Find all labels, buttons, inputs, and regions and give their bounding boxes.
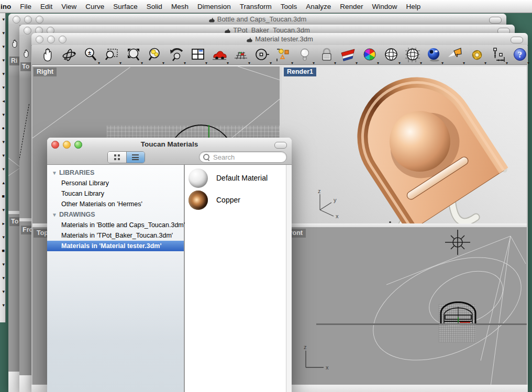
search-field[interactable] [199,151,287,163]
viewport-label[interactable]: Ri [9,57,19,65]
main-toolbar: ± ? [32,45,527,65]
osnap-icon[interactable] [275,47,292,63]
menu-file[interactable]: File [20,3,31,10]
rhino-doc-icon [208,16,215,24]
sidebar-group-libraries[interactable]: ▼LIBRARIES [47,167,184,178]
material-row-default[interactable]: Default Material [185,167,286,189]
undo-view-icon[interactable] [168,47,185,63]
lights-icon[interactable] [297,47,314,63]
axis-z: z [304,344,307,350]
help-icon[interactable]: ? [512,47,528,63]
window-title: Material tester.3dm [31,35,528,44]
sidebar-item-materials-bottle[interactable]: Materials in 'Bottle and Caps_Toucan.3dm… [47,220,184,230]
menu-analyze[interactable]: Analyze [306,3,331,10]
viewport-label[interactable]: Fro [21,226,31,234]
bottle-sliver: Ri To [8,25,19,392]
menu-help[interactable]: Help [406,3,421,10]
toolbar-toggle-button[interactable] [489,17,502,24]
zoom-window-icon[interactable] [104,47,120,63]
viewport-layout-icon[interactable] [190,47,206,63]
zoom-icon[interactable]: ± [82,47,99,63]
sphere-wireframe-icon[interactable] [383,47,400,63]
cplane-icon[interactable] [254,47,271,63]
disclosure-triangle-icon[interactable]: ▼ [52,210,57,220]
clipped-left-toolbar: ▾▾▾▾▾▾◂▾●▾▾▾▴■▾▸▾■▾▾▾▾ [0,13,6,322]
rotate-view-icon[interactable] [61,47,77,63]
render-sphere-icon[interactable] [426,47,442,63]
main-titlebar[interactable]: Material tester.3dm [31,33,528,46]
axis-x: x [336,213,339,219]
viewport-label-render1[interactable]: Render1 [284,68,316,76]
wire-line [8,165,19,177]
sphere-mapping-icon[interactable] [404,47,421,63]
lock-icon[interactable] [318,47,335,63]
shaded-display-icon[interactable] [211,47,228,63]
materials-scrollbar[interactable] [286,165,292,392]
palette-sidebar: ▼LIBRARIES Personal Library Toucan Libra… [47,165,185,392]
viewport-label-right[interactable]: Right [34,68,57,76]
materials-list: Default Material Copper [185,165,286,392]
rhino-doc-icon [246,36,253,44]
options-gear-icon[interactable] [469,47,485,63]
zoom-selected-icon[interactable] [147,47,163,63]
palette-titlebar[interactable]: Toucan Materials [47,138,292,165]
window-title: Bottle and Caps_Toucan.3dm [8,15,506,24]
menu-rhino[interactable]: ino [1,3,11,10]
menu-surface[interactable]: Surface [113,3,138,10]
pan-hand-icon[interactable] [39,47,56,63]
window-bottom-strip [8,372,19,392]
viewport-render1[interactable]: z y x Render1 [282,66,527,223]
dimensions-icon[interactable] [490,47,507,63]
menu-curve[interactable]: Curve [85,3,104,10]
palette-toucan-materials[interactable]: Toucan Materials ▼LIBRARIES Personal Lib… [47,138,292,392]
sidebar-item-personal-library[interactable]: Personal Library [47,178,184,188]
sidebar-item-materials-material-tester[interactable]: Materials in 'Material tester.3dm' [47,241,184,251]
viewport-front[interactable]: Front [282,227,527,385]
material-row-copper[interactable]: Copper [185,189,286,211]
sidebar-item-materials-tpot[interactable]: Materials in 'TPot_Baker_Toucan.3dm' [47,230,184,241]
bottle-titlebar[interactable]: Bottle and Caps_Toucan.3dm [8,14,506,26]
menu-transform[interactable]: Transform [240,3,272,10]
zoom-extents-icon[interactable] [125,47,142,63]
palette-title: Toucan Materials [47,140,292,148]
toolbar-toggle-button[interactable] [511,37,523,43]
sidebar-item-other-materials[interactable]: Other Materials on 'Hermes' [47,199,184,209]
layers-icon[interactable] [340,47,357,63]
material-thumbnail-default [189,169,208,188]
menu-view[interactable]: View [61,3,76,10]
menu-dimension[interactable]: Dimension [197,3,231,10]
toolbar-toggle-button[interactable] [274,142,287,149]
grid-view-button[interactable] [108,152,127,163]
ground-plane-icon[interactable] [232,47,249,63]
wire-line [8,156,19,169]
list-view-button[interactable] [127,152,145,163]
disclosure-triangle-icon[interactable]: ▼ [52,168,57,178]
menu-edit[interactable]: Edit [40,3,52,10]
axis-y: y [334,197,337,203]
flyout-arrows: ▾▾▾▾▾▾◂▾●▾▾▾▴■▾▸▾■▾▾▾▾ [0,13,5,312]
color-wheel-icon[interactable] [361,47,378,63]
viewport-divider [19,218,31,221]
search-input[interactable] [212,152,284,162]
viewport-divider [8,211,19,214]
grid-view-icon [114,154,120,160]
menu-bar: ino File Edit View Curve Surface Solid M… [0,0,532,13]
menu-window[interactable]: Window [372,3,397,10]
menu-mesh[interactable]: Mesh [171,3,189,10]
material-name: Copper [216,196,240,204]
sidebar-group-drawings[interactable]: ▼DRAWINGS [47,209,184,220]
pan-hand-icon [21,49,31,58]
sidebar-item-toucan-library[interactable]: Toucan Library [47,188,184,199]
menu-tools[interactable]: Tools [281,3,297,10]
svg-text:±: ± [88,49,91,55]
view-mode-segmented-control [107,151,145,163]
cone-wire-line [232,66,280,86]
list-view-icon [132,154,139,160]
axis-tripod: z x [298,343,330,372]
spotlight-icon[interactable] [447,47,464,63]
menu-render[interactable]: Render [340,3,363,10]
window-bottom-strip [19,375,31,392]
viewport-label[interactable]: To [20,62,31,71]
menu-solid[interactable]: Solid [147,3,162,10]
viewport-label[interactable]: To [9,217,19,226]
